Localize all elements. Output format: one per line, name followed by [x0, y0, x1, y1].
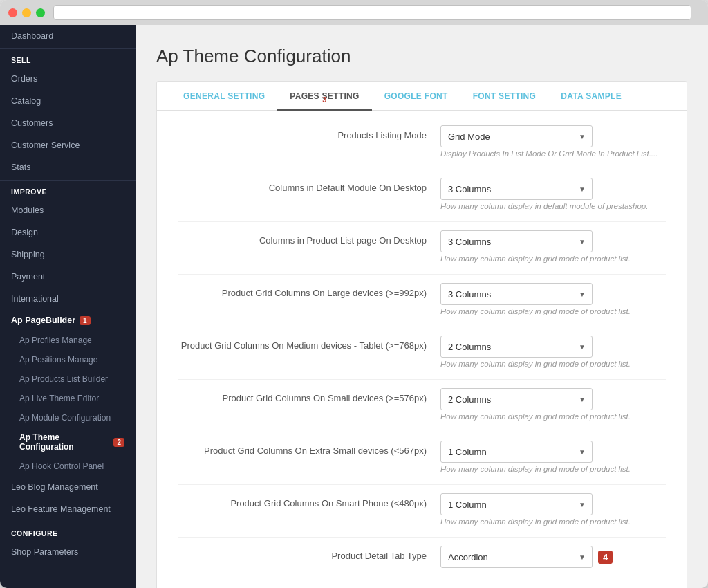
select-wrap-columns-product-list: 1 Column 2 Columns 3 Columns 4 Columns ▼: [440, 230, 593, 252]
label-grid-smartphone: Product Grid Columns On Smart Phone (<48…: [178, 493, 440, 508]
form-row-columns-default-module: Columns in Default Module On Desktop 1 C…: [178, 178, 666, 216]
hint-columns-product-list: How many column display in grid mode of …: [440, 255, 666, 263]
sidebar-item-payment[interactable]: Payment: [0, 266, 136, 288]
select-products-listing-mode[interactable]: Grid Mode List Mode: [440, 125, 593, 147]
control-grid-extra-small: 1 Column 2 Columns 3 Columns ▼ How many …: [440, 441, 666, 473]
sidebar-item-orders[interactable]: Orders: [0, 68, 136, 90]
select-wrap-grid-smartphone: 1 Column 2 Columns ▼: [440, 493, 593, 515]
main-content: Ap Theme Configuration GENERAL SETTING P…: [136, 25, 708, 588]
label-grid-extra-small: Product Grid Columns On Extra Small devi…: [178, 441, 440, 456]
sidebar-item-ap-products-list-builder[interactable]: Ap Products List Builder: [0, 369, 136, 389]
label-columns-default-module: Columns in Default Module On Desktop: [178, 178, 440, 193]
select-grid-small[interactable]: 1 Column 2 Columns 3 Columns: [440, 388, 593, 410]
sidebar-item-customer-service[interactable]: Customer Service: [0, 134, 136, 156]
page-title: Ap Theme Configuration: [156, 46, 687, 67]
form-row-grid-smartphone: Product Grid Columns On Smart Phone (<48…: [178, 493, 666, 531]
ap-pagebuilder-badge: 1: [80, 316, 91, 325]
select-wrap-grid-large: 1 Column 2 Columns 3 Columns 4 Columns ▼: [440, 283, 593, 305]
minimize-button[interactable]: [22, 8, 31, 17]
sidebar-item-ap-pagebuilder[interactable]: Ap PageBuilder 1: [0, 310, 136, 331]
form-row-product-detail-tab-type: Product Detail Tab Type Accordion Tabs ▼: [178, 546, 666, 573]
theme-config-badge: 2: [113, 438, 124, 447]
product-detail-tab-badge: 4: [598, 551, 613, 564]
select-product-detail-tab-type[interactable]: Accordion Tabs: [440, 546, 593, 568]
app-window: Dashboard SELL Orders Catalog Customers …: [0, 0, 708, 588]
form-row-grid-medium: Product Grid Columns On Medium devices -…: [178, 336, 666, 374]
label-columns-product-list: Columns in Product List page On Desktop: [178, 230, 440, 246]
control-grid-smartphone: 1 Column 2 Columns ▼ How many column dis…: [440, 493, 666, 526]
select-wrap-grid-small: 1 Column 2 Columns 3 Columns ▼: [440, 388, 593, 410]
label-grid-small: Product Grid Columns On Small devices (>…: [178, 388, 440, 403]
label-grid-large: Product Grid Columns On Large devices (>…: [178, 283, 440, 298]
sidebar-section-improve: IMPROVE: [0, 180, 136, 199]
tabs-bar: GENERAL SETTING PAGES SETTING 3 GOOGLE F…: [157, 82, 687, 111]
select-wrap-columns-default-module: 1 Column 2 Columns 3 Columns 4 Columns ▼: [440, 178, 593, 200]
sidebar-item-leo-feature-management[interactable]: Leo Feature Management: [0, 498, 136, 520]
sidebar-item-ap-live-theme-editor[interactable]: Ap Live Theme Editor: [0, 389, 136, 408]
sidebar-item-stats[interactable]: Stats: [0, 156, 136, 178]
select-wrap-grid-extra-small: 1 Column 2 Columns 3 Columns ▼: [440, 441, 593, 463]
close-button[interactable]: [8, 8, 17, 17]
hint-grid-smartphone: How many column display in grid mode of …: [440, 517, 666, 526]
control-grid-medium: 1 Column 2 Columns 3 Columns 4 Columns ▼…: [440, 336, 666, 368]
select-grid-large[interactable]: 1 Column 2 Columns 3 Columns 4 Columns: [440, 283, 593, 305]
hint-products-listing-mode: Display Products In List Mode Or Grid Mo…: [440, 149, 666, 158]
sidebar-item-modules[interactable]: Modules: [0, 199, 136, 221]
sidebar-section-configure: CONFIGURE: [0, 522, 136, 541]
tab-general-setting[interactable]: GENERAL SETTING: [171, 82, 277, 111]
label-product-detail-tab-type: Product Detail Tab Type: [178, 546, 440, 561]
sidebar-item-shop-parameters[interactable]: Shop Parameters: [0, 541, 136, 563]
sidebar-item-ap-hook-control-panel[interactable]: Ap Hook Control Panel: [0, 457, 136, 476]
title-bar: [0, 0, 708, 25]
address-bar[interactable]: [53, 5, 691, 20]
select-wrap-products-listing-mode: Grid Mode List Mode ▼: [440, 125, 593, 147]
form-row-grid-large: Product Grid Columns On Large devices (>…: [178, 283, 666, 321]
control-grid-large: 1 Column 2 Columns 3 Columns 4 Columns ▼…: [440, 283, 666, 315]
hint-grid-extra-small: How many column display in grid mode of …: [440, 465, 666, 473]
sidebar-item-ap-positions-manage[interactable]: Ap Positions Manage: [0, 350, 136, 369]
form-row-grid-extra-small: Product Grid Columns On Extra Small devi…: [178, 441, 666, 479]
control-grid-small: 1 Column 2 Columns 3 Columns ▼ How many …: [440, 388, 666, 421]
form-row-columns-product-list: Columns in Product List page On Desktop …: [178, 230, 666, 268]
form-body: Products Listing Mode Grid Mode List Mod…: [157, 111, 687, 588]
sidebar: Dashboard SELL Orders Catalog Customers …: [0, 25, 136, 588]
form-row-products-listing-mode: Products Listing Mode Grid Mode List Mod…: [178, 125, 666, 163]
select-columns-product-list[interactable]: 1 Column 2 Columns 3 Columns 4 Columns: [440, 230, 593, 252]
label-grid-medium: Product Grid Columns On Medium devices -…: [178, 336, 440, 351]
sidebar-section-sell: SELL: [0, 48, 136, 68]
sidebar-item-dashboard[interactable]: Dashboard: [0, 25, 136, 47]
sidebar-item-ap-module-configuration[interactable]: Ap Module Configuration: [0, 408, 136, 428]
tab-pages-setting[interactable]: PAGES SETTING 3: [277, 82, 371, 111]
control-columns-product-list: 1 Column 2 Columns 3 Columns 4 Columns ▼…: [440, 230, 666, 263]
control-columns-default-module: 1 Column 2 Columns 3 Columns 4 Columns ▼…: [440, 178, 666, 210]
select-wrap-grid-medium: 1 Column 2 Columns 3 Columns 4 Columns ▼: [440, 336, 593, 358]
content-card: GENERAL SETTING PAGES SETTING 3 GOOGLE F…: [156, 81, 687, 588]
ap-pagebuilder-label: Ap PageBuilder: [11, 315, 75, 325]
control-product-detail-tab-type: Accordion Tabs ▼ 4: [440, 546, 666, 568]
label-products-listing-mode: Products Listing Mode: [178, 125, 440, 140]
select-wrap-product-detail-tab-type: Accordion Tabs ▼: [440, 546, 593, 568]
select-grid-medium[interactable]: 1 Column 2 Columns 3 Columns 4 Columns: [440, 336, 593, 358]
select-columns-default-module[interactable]: 1 Column 2 Columns 3 Columns 4 Columns: [440, 178, 593, 200]
tab-font-setting[interactable]: FONT SETTING: [460, 82, 549, 111]
sidebar-item-catalog[interactable]: Catalog: [0, 90, 136, 112]
tab-google-font[interactable]: GOOGLE FONT: [372, 82, 460, 111]
select-grid-smartphone[interactable]: 1 Column 2 Columns: [440, 493, 593, 515]
control-products-listing-mode: Grid Mode List Mode ▼ Display Products I…: [440, 125, 666, 158]
sidebar-item-design[interactable]: Design: [0, 221, 136, 244]
hint-grid-medium: How many column display in grid mode of …: [440, 360, 666, 368]
sidebar-item-ap-profiles-manage[interactable]: Ap Profiles Manage: [0, 331, 136, 350]
pages-setting-badge: 3: [322, 95, 326, 104]
maximize-button[interactable]: [36, 8, 45, 17]
sidebar-item-customers[interactable]: Customers: [0, 112, 136, 134]
sidebar-item-shipping[interactable]: Shipping: [0, 244, 136, 266]
hint-columns-default-module: How many column display in default modul…: [440, 202, 666, 210]
sidebar-item-leo-blog-management[interactable]: Leo Blog Management: [0, 476, 136, 498]
sidebar-item-international[interactable]: International: [0, 288, 136, 310]
hint-grid-small: How many column display in grid mode of …: [440, 412, 666, 421]
tab-data-sample[interactable]: DATA SAMPLE: [548, 82, 634, 111]
hint-grid-large: How many column display in grid mode of …: [440, 307, 666, 315]
select-grid-extra-small[interactable]: 1 Column 2 Columns 3 Columns: [440, 441, 593, 463]
sidebar-item-ap-theme-configuration[interactable]: Ap Theme Configuration 2: [0, 428, 136, 457]
app-body: Dashboard SELL Orders Catalog Customers …: [0, 25, 708, 588]
